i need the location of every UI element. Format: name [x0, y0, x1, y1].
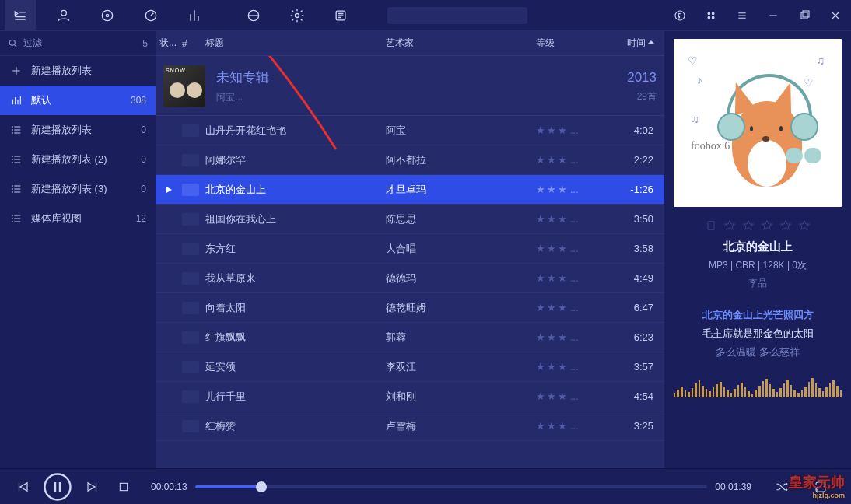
list-icon	[9, 123, 23, 137]
track-row[interactable]: 红梅赞卢雪梅★★★3:25	[156, 411, 664, 441]
track-row[interactable]: 阿娜尔罕阿不都拉★★★2:22	[156, 145, 664, 175]
track-time: 2:22	[606, 154, 664, 166]
track-checkbox[interactable]	[182, 420, 199, 432]
track-rating[interactable]: ★★★	[536, 361, 606, 373]
svg-point-1	[102, 10, 112, 20]
sidebar-item[interactable]: 新建播放列表0	[0, 115, 156, 145]
track-row[interactable]: 我从草原来德德玛★★★4:49	[156, 264, 664, 293]
disc-icon[interactable]	[92, 0, 123, 31]
track-artist: 阿不都拉	[386, 153, 536, 167]
col-num[interactable]: #	[182, 38, 205, 49]
track-checkbox[interactable]	[182, 184, 199, 196]
minimize-icon[interactable]	[762, 0, 784, 31]
track-checkbox[interactable]	[182, 154, 199, 166]
sidebar-item-count: 12	[136, 213, 146, 224]
stop-button[interactable]	[112, 475, 135, 499]
gauge-icon[interactable]	[135, 0, 166, 31]
elapsed-time: 00:00:13	[151, 481, 187, 492]
track-rating[interactable]: ★★★	[536, 243, 606, 254]
text-icon[interactable]	[325, 0, 356, 31]
play-pause-button[interactable]	[42, 471, 73, 502]
cover-art[interactable]: ♡ ♪ ♫ ♡ ♫ foobox 6	[674, 39, 842, 207]
sidebar-item[interactable]: 新建播放列表 (2)0	[0, 145, 156, 174]
track-title: 红旗飘飘	[205, 331, 386, 345]
filter-placeholder: 过滤	[23, 37, 142, 50]
track-checkbox[interactable]	[182, 243, 199, 255]
sidebar-item[interactable]: 新建播放列表 (3)0	[0, 174, 156, 204]
track-checkbox[interactable]	[182, 390, 199, 403]
track-rating[interactable]: ★★★	[536, 420, 606, 432]
grid-icon[interactable]	[700, 0, 722, 31]
album-art[interactable]	[163, 65, 205, 107]
track-checkbox[interactable]	[182, 302, 199, 314]
track-rating[interactable]: ★★★	[536, 184, 606, 195]
watermark: 皇家元帅hjzlg.com	[789, 473, 845, 499]
track-checkbox[interactable]	[182, 213, 199, 226]
close-icon[interactable]	[825, 0, 846, 31]
user-icon[interactable]	[48, 0, 79, 31]
track-time: 4:02	[606, 124, 664, 136]
svg-rect-16	[708, 222, 714, 230]
album-title: 未知专辑	[216, 68, 627, 86]
sidebar-item-count: 0	[141, 154, 146, 165]
sidebar-item[interactable]: 媒体库视图12	[0, 204, 156, 233]
sidebar-item-count: 0	[141, 184, 146, 194]
track-row[interactable]: 山丹丹开花红艳艳阿宝★★★4:02	[156, 116, 664, 145]
maximize-icon[interactable]	[793, 0, 815, 31]
total-time: 00:01:39	[715, 481, 751, 492]
track-row[interactable]: 向着太阳德乾旺姆★★★6:47	[156, 293, 664, 323]
sidebar-item[interactable]: 新建播放列表	[0, 56, 156, 86]
track-title: 阿娜尔罕	[205, 153, 386, 167]
col-rating[interactable]: 等级	[536, 37, 606, 50]
rating-stars[interactable]	[674, 219, 842, 232]
col-status[interactable]: 状...	[156, 37, 182, 50]
settings-icon[interactable]	[282, 0, 313, 31]
track-row[interactable]: 祖国你在我心上陈思思★★★3:50	[156, 205, 664, 234]
track-time: 3:58	[606, 243, 664, 254]
track-rating[interactable]: ★★★	[536, 331, 606, 343]
playlist-view-icon[interactable]	[5, 0, 36, 31]
lyric-line: 多么温暖 多么慈祥	[674, 343, 842, 362]
track-checkbox[interactable]	[182, 124, 199, 137]
next-button[interactable]	[81, 475, 104, 499]
track-rating[interactable]: ★★★	[536, 302, 606, 313]
svg-point-7	[675, 11, 685, 20]
svg-point-2	[106, 14, 108, 16]
now-playing-panel: ♡ ♪ ♫ ♡ ♫ foobox 6 北京的金山上 MP3 | CBR | 12…	[664, 31, 851, 468]
track-rating[interactable]: ★★★	[536, 213, 606, 225]
track-checkbox[interactable]	[182, 361, 199, 373]
music-circle-icon[interactable]	[669, 0, 691, 31]
filter-count: 5	[142, 38, 148, 49]
track-row[interactable]: 延安颂李双江★★★3:57	[156, 352, 664, 382]
track-checkbox[interactable]	[182, 272, 199, 285]
equalizer-icon[interactable]	[179, 0, 210, 31]
track-rating[interactable]: ★★★	[536, 154, 606, 166]
menu-icon[interactable]	[731, 0, 753, 31]
svg-point-9	[708, 12, 710, 15]
track-row[interactable]: 红旗飘飘郭蓉★★★6:23	[156, 323, 664, 352]
sidebar-item[interactable]: 默认308	[0, 86, 156, 115]
track-title: 红梅赞	[205, 419, 386, 433]
track-rating[interactable]: ★★★	[536, 390, 606, 402]
track-rating[interactable]: ★★★	[536, 124, 606, 136]
progress-bar[interactable]	[195, 485, 708, 488]
track-checkbox[interactable]	[182, 331, 199, 344]
track-panel: 状... # 标题 艺术家 等级 时间 未知专辑 阿宝... 2013 29首 …	[156, 31, 664, 468]
track-row[interactable]: 东方红大合唱★★★3:58	[156, 234, 664, 264]
col-artist[interactable]: 艺术家	[386, 37, 536, 50]
toolbar-search[interactable]	[387, 7, 527, 24]
contrast-icon[interactable]	[238, 0, 269, 31]
spectrum	[674, 373, 842, 397]
track-rating[interactable]: ★★★	[536, 272, 606, 284]
track-title: 儿行千里	[205, 390, 386, 404]
track-row[interactable]: 儿行千里刘和刚★★★4:54	[156, 382, 664, 411]
track-artist: 刘和刚	[386, 390, 536, 404]
track-list[interactable]: 山丹丹开花红艳艳阿宝★★★4:02阿娜尔罕阿不都拉★★★2:22北京的金山上才旦…	[156, 116, 664, 468]
prev-button[interactable]	[11, 475, 34, 499]
track-row[interactable]: 北京的金山上才旦卓玛★★★-1:26	[156, 175, 664, 205]
col-time[interactable]: 时间	[606, 37, 664, 50]
track-time: 4:54	[606, 390, 664, 402]
track-title: 向着太阳	[205, 301, 386, 315]
sidebar-filter[interactable]: 过滤 5	[0, 31, 156, 56]
col-title[interactable]: 标题	[205, 37, 386, 50]
